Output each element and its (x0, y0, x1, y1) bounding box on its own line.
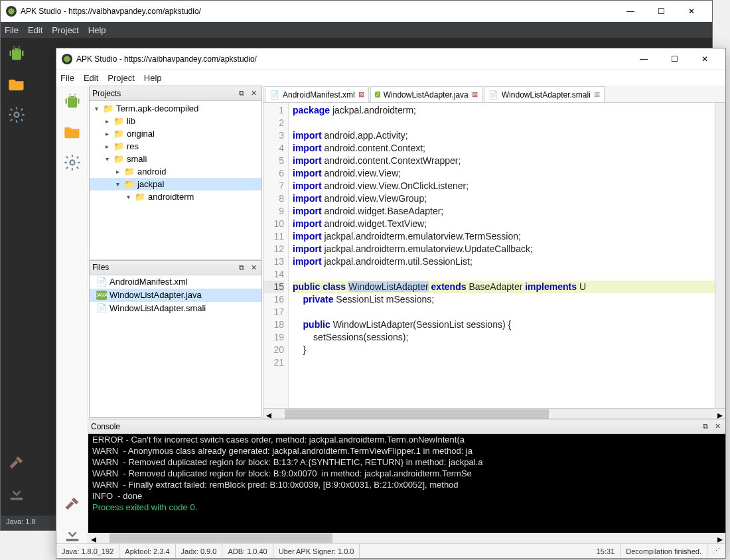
svg-rect-9 (65, 98, 66, 104)
projects-panel: Projects ⧉ ✕ ▾📁Term.apk-decompiled ▸📁lib… (89, 86, 262, 259)
install-icon[interactable] (63, 525, 82, 543)
horizontal-scrollbar[interactable]: ◂▸ (88, 533, 725, 543)
menu-project[interactable]: Project (52, 25, 78, 35)
file-row[interactable]: 📄AndroidManifest.xml (90, 275, 261, 289)
file-row[interactable]: 📄WindowListAdapter.smali (90, 302, 261, 315)
tree-row[interactable]: ▸📁original (90, 127, 261, 140)
svg-point-6 (15, 113, 19, 117)
close-icon[interactable]: ✕ (248, 88, 259, 99)
status-adb: ADB: 1.0.40 (222, 544, 273, 558)
status-java: Java: 1.8.0_192 (56, 544, 119, 558)
horizontal-scrollbar[interactable]: ◂▸ (263, 408, 725, 419)
menubar: File Edit Project Help (56, 70, 725, 86)
left-toolbar (56, 86, 88, 543)
editor-tabbar: 📄AndroidManifest.xml⊠ JWindowListAdapter… (263, 86, 725, 103)
app-icon (6, 6, 17, 17)
tree-row[interactable]: ▾📁androidterm (90, 190, 261, 203)
close-button[interactable]: ✕ (676, 1, 707, 22)
editor-tab[interactable]: 📄WindowListAdapter.smali⊠ (484, 86, 605, 102)
window-title: APK Studio - https://vaibhavpandey.com/a… (21, 7, 615, 16)
menu-edit[interactable]: Edit (28, 25, 42, 35)
svg-point-7 (69, 97, 70, 98)
folder-icon[interactable] (7, 75, 26, 94)
maximize-button[interactable]: ☐ (659, 48, 690, 70)
close-icon[interactable]: ✕ (712, 421, 723, 432)
tree-row[interactable]: ▸📁lib (90, 115, 261, 127)
minimize-button[interactable]: — (628, 48, 659, 70)
svg-point-8 (74, 97, 75, 98)
status-uber: Uber APK Signer: 1.0.0 (273, 544, 360, 558)
tab-close-icon[interactable]: ⊠ (358, 90, 364, 99)
tree-row[interactable]: ▾📁Term.apk-decompiled (90, 102, 261, 115)
status-message: Decompilation finished. (620, 544, 707, 558)
console-panel: Console ⧉ ✕ ERROR - Can't fix incorrect … (88, 419, 725, 543)
tab-close-icon[interactable]: ⊠ (472, 90, 478, 99)
hammer-icon[interactable] (7, 453, 26, 472)
status-apktool: Apktool: 2.3.4 (119, 544, 175, 558)
left-toolbar (1, 38, 33, 502)
resize-grip-icon[interactable]: ⋰ (707, 544, 725, 558)
install-icon[interactable] (7, 484, 26, 502)
panel-title: Console (91, 422, 699, 431)
file-row[interactable]: JAVAWindowListAdapter.java (90, 289, 261, 302)
svg-rect-10 (78, 98, 79, 104)
tree-row[interactable]: ▾📁smali (90, 153, 261, 165)
menubar: File Edit Project Help (1, 22, 712, 38)
detach-icon[interactable]: ⧉ (236, 262, 247, 273)
menu-edit[interactable]: Edit (84, 73, 98, 83)
menu-file[interactable]: File (5, 25, 19, 35)
maximize-button[interactable]: ☐ (646, 1, 676, 22)
menu-help[interactable]: Help (144, 73, 162, 83)
console-output[interactable]: ERROR - Can't fix incorrect switch cases… (88, 434, 725, 533)
editor-area: 📄AndroidManifest.xml⊠ JWindowListAdapter… (263, 86, 725, 419)
menu-help[interactable]: Help (88, 25, 106, 35)
gear-icon[interactable] (7, 105, 26, 124)
menu-file[interactable]: File (60, 73, 74, 83)
minimize-button[interactable]: — (615, 1, 646, 22)
vertical-scrollbar[interactable] (715, 103, 725, 408)
status-time: 15:31 (591, 544, 621, 558)
panel-title: Projects (92, 89, 235, 98)
close-button[interactable]: ✕ (690, 48, 720, 70)
svg-point-1 (19, 49, 20, 50)
detach-icon[interactable]: ⧉ (236, 88, 247, 99)
line-gutter: 123456789101112131415161718192021 (263, 103, 289, 408)
tree-row[interactable]: ▾📁jackpal (90, 178, 261, 190)
gear-icon[interactable] (63, 153, 82, 172)
statusbar: Java: 1.8.0_192 Apktool: 2.3.4 Jadx: 0.9… (56, 543, 725, 558)
hammer-icon[interactable] (63, 494, 82, 513)
svg-line-12 (74, 94, 75, 95)
foreground-window: APK Studio - https://vaibhavpandey.com/a… (56, 48, 726, 559)
editor-tab[interactable]: JWindowListAdapter.java⊠ (370, 86, 482, 102)
code-content[interactable]: package jackpal.androidterm; import andr… (289, 103, 715, 408)
svg-line-11 (69, 94, 70, 95)
titlebar[interactable]: APK Studio - https://vaibhavpandey.com/a… (56, 48, 725, 70)
android-icon[interactable] (63, 92, 82, 111)
close-icon[interactable]: ✕ (248, 262, 259, 273)
svg-line-5 (19, 46, 20, 47)
svg-point-0 (14, 49, 15, 50)
code-editor[interactable]: 123456789101112131415161718192021 packag… (263, 103, 725, 408)
android-icon[interactable] (7, 44, 26, 63)
app-icon (62, 54, 72, 64)
svg-rect-3 (22, 50, 23, 56)
menu-project[interactable]: Project (108, 73, 134, 83)
svg-line-4 (13, 46, 15, 47)
tree-row[interactable]: ▸📁res (90, 140, 261, 153)
status-jadx: Jadx: 0.9.0 (176, 544, 223, 558)
detach-icon[interactable]: ⧉ (700, 421, 711, 432)
titlebar[interactable]: APK Studio - https://vaibhavpandey.com/a… (1, 1, 712, 22)
window-title: APK Studio - https://vaibhavpandey.com/a… (76, 54, 628, 64)
project-tree[interactable]: ▾📁Term.apk-decompiled ▸📁lib ▸📁original ▸… (90, 101, 261, 259)
files-panel: Files ⧉ ✕ 📄AndroidManifest.xml JAVAWindo… (89, 260, 262, 418)
svg-rect-2 (10, 50, 11, 56)
svg-point-13 (70, 161, 74, 165)
tree-row[interactable]: ▸📁android (90, 165, 261, 178)
folder-icon[interactable] (63, 123, 82, 141)
panel-title: Files (92, 263, 235, 272)
tab-close-icon[interactable]: ⊠ (594, 90, 600, 99)
files-list[interactable]: 📄AndroidManifest.xml JAVAWindowListAdapt… (90, 275, 261, 417)
editor-tab[interactable]: 📄AndroidManifest.xml⊠ (265, 86, 369, 102)
